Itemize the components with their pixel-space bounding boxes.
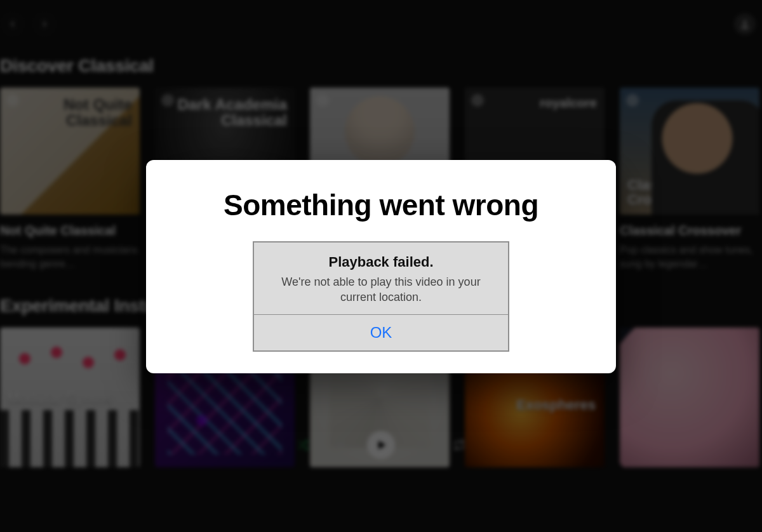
modal-heading: Something went wrong bbox=[224, 188, 538, 222]
playback-alert: Playback failed. We're not able to play … bbox=[253, 241, 509, 352]
error-modal: Something went wrong Playback failed. We… bbox=[146, 160, 616, 373]
alert-message: We're not able to play this video in you… bbox=[265, 274, 497, 305]
alert-title: Playback failed. bbox=[265, 254, 497, 270]
error-modal-overlay: Something went wrong Playback failed. We… bbox=[0, 0, 762, 532]
alert-ok-button[interactable]: OK bbox=[254, 315, 508, 350]
